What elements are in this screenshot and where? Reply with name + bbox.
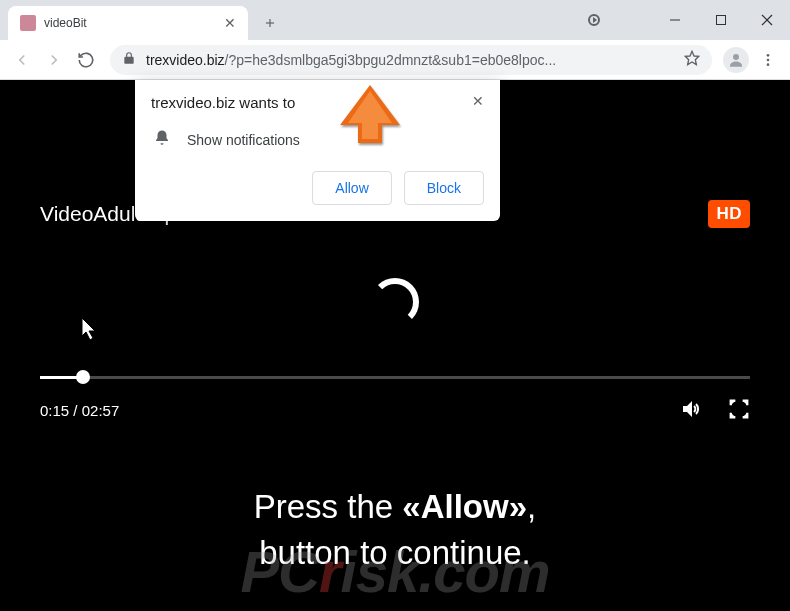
- block-button[interactable]: Block: [404, 171, 484, 205]
- bell-icon: [153, 129, 171, 151]
- volume-icon[interactable]: [680, 397, 704, 424]
- time-display: 0:15 / 02:57: [40, 402, 119, 419]
- back-button[interactable]: [8, 46, 36, 74]
- maximize-button[interactable]: [698, 0, 744, 40]
- loading-spinner-icon: [371, 278, 419, 326]
- permission-close-icon[interactable]: ✕: [472, 94, 484, 108]
- profile-avatar[interactable]: [722, 46, 750, 74]
- close-window-button[interactable]: [744, 0, 790, 40]
- tab-favicon: [20, 15, 36, 31]
- svg-marker-12: [348, 91, 392, 139]
- url-text: trexvideo.biz/?p=he3dsmlbga5gi3bpgu2dmnz…: [146, 52, 674, 68]
- video-controls: 0:15 / 02:57: [40, 397, 750, 424]
- tab-title: videoBit: [44, 16, 216, 30]
- address-bar[interactable]: trexvideo.biz/?p=he3dsmlbga5gi3bpgu2dmnz…: [110, 45, 712, 75]
- new-tab-button[interactable]: [256, 9, 284, 37]
- instruction-message: Press the «Allow», button to continue.: [40, 484, 750, 576]
- svg-point-7: [733, 54, 739, 60]
- browser-tab[interactable]: videoBit ✕: [8, 6, 248, 40]
- svg-marker-6: [685, 51, 698, 64]
- hd-badge: HD: [708, 200, 750, 228]
- progress-thumb[interactable]: [76, 370, 90, 384]
- svg-rect-3: [717, 16, 726, 25]
- pointer-arrow-icon: [330, 85, 410, 179]
- minimize-button[interactable]: [652, 0, 698, 40]
- menu-button[interactable]: [754, 46, 782, 74]
- mouse-cursor-icon: [82, 318, 100, 346]
- lock-icon: [122, 51, 136, 69]
- notification-permission-popup: trexvideo.biz wants to ✕ Show notificati…: [135, 80, 500, 221]
- forward-button[interactable]: [40, 46, 68, 74]
- bookmark-star-icon[interactable]: [684, 50, 700, 70]
- svg-marker-13: [82, 318, 95, 340]
- permission-title: trexvideo.biz wants to: [151, 94, 295, 111]
- permission-label: Show notifications: [187, 132, 300, 148]
- browser-toolbar: trexvideo.biz/?p=he3dsmlbga5gi3bpgu2dmnz…: [0, 40, 790, 80]
- svg-point-9: [767, 58, 770, 61]
- svg-point-8: [767, 54, 770, 57]
- window-controls: [652, 0, 790, 40]
- reload-button[interactable]: [72, 46, 100, 74]
- progress-bar[interactable]: [40, 376, 750, 379]
- media-playing-icon[interactable]: [588, 14, 600, 26]
- progress-track: [40, 376, 750, 379]
- fullscreen-icon[interactable]: [728, 398, 750, 423]
- close-tab-icon[interactable]: ✕: [224, 16, 236, 30]
- svg-point-10: [767, 63, 770, 66]
- loading-spinner-wrap: [40, 278, 750, 326]
